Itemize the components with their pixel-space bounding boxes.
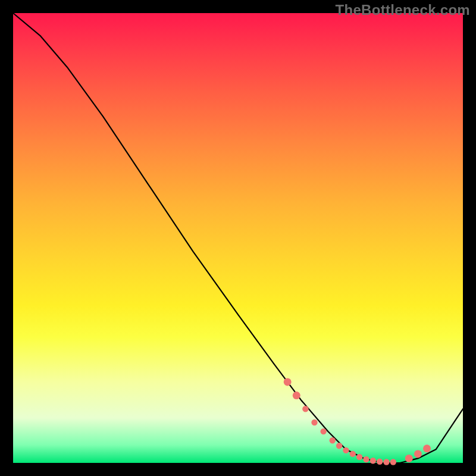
highlight-dot <box>330 437 336 443</box>
highlight-dot <box>293 392 300 399</box>
highlight-dot <box>377 459 383 465</box>
gradient-plot-area <box>13 13 463 463</box>
highlight-dot <box>284 378 292 386</box>
curve-svg <box>13 13 463 463</box>
highlight-marker-group <box>284 378 431 465</box>
highlight-dot <box>405 455 413 462</box>
highlight-dot <box>311 419 317 425</box>
highlight-dot <box>320 428 326 434</box>
highlight-dot <box>343 447 349 453</box>
highlight-dot <box>414 450 422 458</box>
highlight-dot <box>370 458 376 464</box>
highlight-dot <box>350 451 356 457</box>
highlight-dot <box>363 456 369 462</box>
highlight-dot <box>302 406 308 412</box>
bottleneck-curve-line <box>13 13 463 463</box>
highlight-dot <box>336 443 342 449</box>
highlight-dot <box>383 459 389 465</box>
watermark-text: TheBottleneck.com <box>336 2 470 18</box>
highlight-dot <box>390 459 396 465</box>
highlight-dot <box>423 444 431 452</box>
highlight-dot <box>356 454 362 460</box>
chart-frame: TheBottleneck.com <box>0 0 476 476</box>
